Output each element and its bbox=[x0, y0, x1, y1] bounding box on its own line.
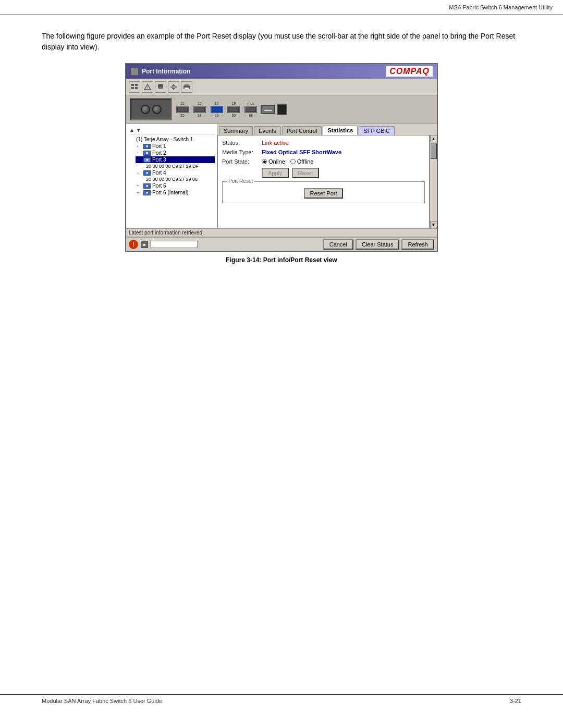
radio-online[interactable]: Online bbox=[262, 158, 285, 165]
tree-item-port3[interactable]: − ■ Port 3 bbox=[136, 156, 215, 163]
app-window: Port Information COMPAQ ! bbox=[125, 63, 438, 252]
tree-item-root[interactable]: (1) Terje Array - Switch 1 bbox=[128, 136, 215, 143]
window-title: Port Information bbox=[142, 68, 190, 75]
page-footer: Modular SAN Array Fabric Switch 6 User G… bbox=[0, 694, 563, 707]
tree-item-port5[interactable]: + ■ Port 5 bbox=[136, 182, 215, 189]
tree-item-port4-addr: 20 00 00 00 C9 27 29 06 bbox=[145, 176, 215, 182]
switch-image bbox=[130, 98, 172, 120]
apply-reset-row: Apply Reset bbox=[222, 168, 425, 178]
page-header: MSA Fabric Switch 6 Management Utility bbox=[0, 0, 563, 15]
port-group-1: 12 25 bbox=[176, 102, 189, 117]
tree-panel: ▲ ▼ (1) Terje Array - Switch 1 + ■ Port … bbox=[126, 124, 217, 228]
port2-icon: ■ bbox=[143, 151, 151, 156]
port-group-2: 15 28 bbox=[193, 102, 206, 117]
radio-offline-btn[interactable] bbox=[290, 159, 296, 164]
intro-text: The following figure provides an example… bbox=[42, 31, 521, 53]
content-with-scroll: Status: Link active Media Type: Fixed Op… bbox=[217, 135, 437, 228]
svg-rect-0 bbox=[131, 68, 134, 71]
port-block-1[interactable] bbox=[176, 106, 189, 113]
black-port-icon bbox=[277, 104, 287, 115]
port5-icon: ■ bbox=[143, 183, 151, 189]
content-panel: Summary Events Port Control Statistics S… bbox=[217, 124, 437, 228]
toolbar-database-icon[interactable] bbox=[155, 81, 166, 93]
title-bar-left: Port Information bbox=[130, 67, 190, 76]
svg-rect-3 bbox=[135, 71, 138, 74]
port-state-label: Port State: bbox=[222, 158, 259, 165]
toolbar-alert-icon[interactable]: ! bbox=[142, 81, 153, 93]
svg-rect-4 bbox=[131, 84, 134, 86]
tree-item-port2[interactable]: + ■ Port 2 bbox=[136, 150, 215, 156]
refresh-button[interactable]: Refresh bbox=[401, 239, 434, 250]
port-reset-section: Port Reset Reset Port bbox=[222, 181, 425, 203]
svg-rect-1 bbox=[135, 68, 138, 71]
toolbar-grid-icon[interactable] bbox=[129, 81, 140, 93]
radio-offline[interactable]: Offline bbox=[290, 158, 314, 165]
bottom-small-icon: ■ bbox=[141, 241, 148, 248]
bottom-buttons: Cancel Clear Status Refresh bbox=[323, 239, 434, 250]
svg-rect-5 bbox=[135, 84, 138, 86]
app-icon bbox=[130, 67, 139, 76]
port-icons-row: 12 25 : 15 28 : 16 bbox=[176, 102, 433, 117]
radio-offline-label: Offline bbox=[297, 158, 314, 165]
footer-right: 3-21 bbox=[510, 698, 521, 704]
port-group-5: mds 88 bbox=[244, 102, 257, 117]
tree-item-port4[interactable]: − ■ Port 4 bbox=[136, 169, 215, 176]
scroll-up-arrow[interactable]: ▲ bbox=[430, 135, 437, 142]
toolbar-settings-icon[interactable] bbox=[168, 81, 179, 93]
port-group-4: 19 30 bbox=[227, 102, 240, 117]
tree-item-port6[interactable]: + ■ Port 6 (Internal) bbox=[136, 189, 215, 196]
svg-rect-2 bbox=[131, 71, 134, 74]
tree-item-port3-addr: 20 00 00 00 C9 27 29 DF bbox=[145, 163, 215, 169]
footer-left: Modular SAN Array Fabric Switch 6 User G… bbox=[42, 698, 162, 704]
port-group-3: 16 29 bbox=[211, 102, 223, 117]
panel-body: ▲ ▼ (1) Terje Array - Switch 1 + ■ Port … bbox=[126, 124, 437, 228]
reset-button[interactable]: Reset bbox=[292, 168, 320, 178]
tab-sfp-gbic[interactable]: SFP GBiC bbox=[359, 126, 395, 135]
progress-bar bbox=[151, 241, 198, 248]
toolbar-print-icon[interactable] bbox=[181, 81, 192, 93]
header-title: MSA Fabric Switch 6 Management Utility bbox=[449, 4, 553, 10]
tab-summary[interactable]: Summary bbox=[219, 126, 253, 135]
port-block-2[interactable] bbox=[193, 106, 206, 113]
switch-area: 12 25 : 15 28 : 16 bbox=[126, 95, 437, 124]
port-block-4[interactable] bbox=[227, 106, 240, 113]
reset-port-button[interactable]: Reset Port bbox=[304, 188, 344, 199]
status-label: Status: bbox=[222, 140, 259, 146]
port-state-radio-group: Online Offline bbox=[262, 158, 313, 165]
radio-online-btn[interactable] bbox=[262, 159, 267, 164]
figure-caption: Figure 3-14: Port info/Port Reset view bbox=[42, 256, 521, 264]
compaq-logo: COMPAQ bbox=[386, 66, 433, 77]
clear-status-button[interactable]: Clear Status bbox=[356, 239, 400, 250]
media-type-label: Media Type: bbox=[222, 149, 259, 155]
media-type-value: Fixed Optical SFF ShortWave bbox=[262, 149, 341, 155]
tab-port-control[interactable]: Port Control bbox=[282, 126, 322, 135]
title-bar-right: COMPAQ bbox=[386, 66, 433, 77]
switch-circle-2 bbox=[152, 105, 162, 114]
media-type-row: Media Type: Fixed Optical SFF ShortWave bbox=[222, 149, 425, 155]
tab-content: Status: Link active Media Type: Fixed Op… bbox=[217, 135, 430, 228]
port1-icon: ■ bbox=[143, 144, 151, 149]
status-bar: Latest port information retrieved. bbox=[126, 228, 437, 237]
tab-events[interactable]: Events bbox=[254, 126, 281, 135]
status-bar-text: Latest port information retrieved. bbox=[129, 230, 204, 236]
radio-online-label: Online bbox=[268, 158, 285, 165]
port-reset-title: Port Reset bbox=[227, 178, 254, 184]
scroll-down-arrow[interactable]: ▼ bbox=[430, 221, 437, 228]
vga-connector-icon: ▬▬ bbox=[261, 105, 275, 114]
port-block-5[interactable] bbox=[244, 106, 257, 113]
port6-icon: ■ bbox=[143, 190, 151, 195]
tab-statistics[interactable]: Statistics bbox=[323, 126, 358, 135]
svg-rect-7 bbox=[135, 87, 138, 89]
apply-button[interactable]: Apply bbox=[262, 168, 289, 178]
status-indicator-icon: ! bbox=[129, 240, 138, 249]
svg-rect-6 bbox=[131, 87, 134, 89]
scroll-thumb[interactable] bbox=[431, 143, 437, 159]
tree-item-port1[interactable]: + ■ Port 1 bbox=[136, 143, 215, 150]
toolbar: ! bbox=[126, 79, 437, 95]
port4-icon: ■ bbox=[143, 170, 151, 176]
port-block-3[interactable] bbox=[211, 106, 223, 113]
scrollbar: ▲ ▼ bbox=[430, 135, 437, 228]
port-state-row: Port State: Online Offline bbox=[222, 158, 425, 165]
cancel-button[interactable]: Cancel bbox=[323, 239, 353, 250]
port3-icon: ■ bbox=[143, 157, 151, 163]
